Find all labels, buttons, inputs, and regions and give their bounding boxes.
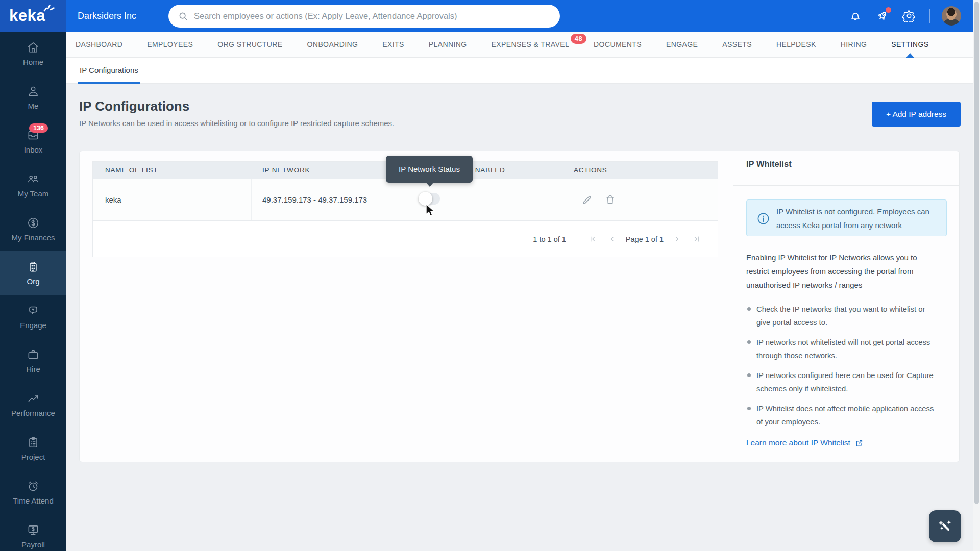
bullet-item: IP networks configured here can be used … — [746, 369, 937, 395]
sidebar-item-payroll[interactable]: Payroll — [0, 514, 66, 551]
company-name[interactable]: Darksiders Inc — [78, 11, 136, 21]
sidebar-label: Me — [28, 102, 39, 110]
sidebar-item-org[interactable]: Org — [0, 251, 66, 295]
page-scrollbar[interactable] — [973, 0, 980, 551]
edit-icon[interactable] — [581, 193, 594, 206]
sidebar-label: Inbox — [24, 145, 43, 154]
whats-new-rocket-icon[interactable] — [875, 9, 889, 23]
nav-settings[interactable]: SETTINGS — [891, 32, 928, 58]
prev-page-icon[interactable] — [609, 236, 616, 242]
info-text: IP Whitelist is not configured. Employee… — [776, 205, 940, 232]
bullet-item: IP Whitelist does not affect mobile appl… — [746, 402, 937, 429]
first-page-icon[interactable] — [589, 235, 597, 243]
user-avatar[interactable] — [942, 6, 961, 26]
last-page-icon[interactable] — [693, 235, 700, 243]
nav-hiring[interactable]: HIRING — [841, 32, 867, 58]
sidebar-label: Engage — [20, 321, 46, 330]
topbar-divider — [929, 9, 930, 23]
col-enabled: ENABLED — [470, 162, 505, 179]
panel-bullets: Check the IP networks that you want to w… — [746, 303, 937, 435]
page-description: IP Networks can be used in access whitel… — [79, 119, 394, 128]
sidebar-label: My Finances — [11, 233, 55, 242]
keka-logo[interactable]: keka — [0, 0, 66, 32]
col-name-of-list: NAME OF LIST — [105, 162, 158, 179]
sidebar: Home Me Inbox 136 My Team My Finances Or… — [0, 32, 66, 551]
pagination: 1 to 1 of 1 Page 1 of 1 — [93, 220, 718, 257]
main-nav: DASHBOARD EMPLOYEES ORG STRUCTURE ONBOAR… — [66, 32, 973, 58]
search-input[interactable] — [194, 11, 560, 21]
ip-whitelist-panel: IP Whitelist IP Whitelist is not configu… — [733, 151, 960, 462]
nav-expenses-travel[interactable]: EXPENSES & TRAVEL48 — [492, 32, 570, 58]
nav-employees[interactable]: EMPLOYEES — [147, 32, 193, 58]
ip-configurations-card: NAME OF LIST IP NETWORK ENABLED ACTIONS … — [79, 151, 960, 462]
sidebar-label: Performance — [11, 409, 55, 417]
sidebar-item-inbox[interactable]: Inbox 136 — [0, 119, 66, 163]
sidebar-label: Time Attend — [13, 496, 53, 505]
info-box: IP Whitelist is not configured. Employee… — [746, 199, 947, 236]
notification-dot — [886, 7, 891, 13]
ip-network-status-toggle[interactable] — [420, 193, 440, 205]
col-actions: ACTIONS — [574, 162, 607, 179]
nav-planning[interactable]: PLANNING — [429, 32, 467, 58]
delete-icon[interactable] — [604, 193, 616, 206]
sidebar-item-performance[interactable]: Performance — [0, 383, 66, 427]
sidebar-item-hire[interactable]: Hire — [0, 339, 66, 383]
external-link-icon — [855, 439, 864, 447]
project-icon — [27, 436, 40, 449]
nav-exits[interactable]: EXITS — [382, 32, 404, 58]
keka-app: keka Darksiders Inc Home — [0, 0, 980, 551]
home-icon — [27, 41, 40, 54]
sidebar-label: Hire — [26, 365, 40, 373]
sidebar-item-time-attend[interactable]: Time Attend — [0, 470, 66, 514]
table-row — [93, 179, 718, 220]
user-icon — [27, 85, 40, 98]
learn-more-link[interactable]: Learn more about IP Whitelist — [746, 438, 864, 447]
notifications-bell-icon[interactable] — [849, 9, 862, 22]
magic-wand-icon — [936, 517, 954, 536]
inbox-badge: 136 — [29, 123, 48, 133]
nav-org-structure[interactable]: ORG STRUCTURE — [217, 32, 282, 58]
add-ip-address-button[interactable]: + Add IP address — [872, 102, 961, 127]
performance-icon — [27, 392, 40, 405]
global-search[interactable] — [168, 5, 560, 28]
sidebar-label: Org — [27, 277, 39, 286]
sidebar-item-home[interactable]: Home — [0, 32, 66, 76]
sidebar-item-my-finances[interactable]: My Finances — [0, 207, 66, 251]
nav-onboarding[interactable]: ONBOARDING — [307, 32, 358, 58]
expenses-badge: 48 — [571, 34, 586, 44]
cell-name: keka — [105, 179, 121, 220]
panel-description: Enabling IP Whitelist for IP Networks al… — [746, 251, 934, 292]
panel-title: IP Whitelist — [746, 159, 792, 169]
tab-ip-configurations[interactable]: IP Configurations — [78, 58, 140, 84]
scrollbar-thumb[interactable] — [974, 2, 979, 504]
active-nav-indicator — [906, 53, 914, 58]
sidebar-item-my-team[interactable]: My Team — [0, 163, 66, 207]
bullet-item: IP networks not whitelisted will not get… — [746, 336, 937, 362]
nav-documents[interactable]: DOCUMENTS — [594, 32, 642, 58]
nav-engage[interactable]: ENGAGE — [666, 32, 698, 58]
sidebar-item-me[interactable]: Me — [0, 76, 66, 119]
settings-gear-icon[interactable] — [902, 9, 916, 22]
subnav: IP Configurations — [66, 58, 973, 84]
bullet-item: Check the IP networks that you want to w… — [746, 303, 937, 329]
nav-assets[interactable]: ASSETS — [722, 32, 752, 58]
nav-helpdesk[interactable]: HELPDESK — [776, 32, 816, 58]
time-attend-icon — [27, 480, 40, 493]
sidebar-item-engage[interactable]: Engage — [0, 295, 66, 339]
sidebar-item-project[interactable]: Project — [0, 427, 66, 470]
next-page-icon[interactable] — [674, 236, 680, 242]
engage-icon — [27, 304, 40, 317]
page-title: IP Configurations — [79, 98, 189, 114]
info-icon — [756, 212, 770, 226]
keka-logo-text: keka — [9, 7, 45, 25]
sidebar-label: Home — [23, 58, 43, 66]
topbar: keka Darksiders Inc — [0, 0, 980, 32]
org-icon — [27, 260, 40, 273]
mouse-cursor — [425, 204, 437, 219]
pagination-page: Page 1 of 1 — [626, 235, 664, 243]
team-icon — [27, 172, 40, 186]
nav-dashboard[interactable]: DASHBOARD — [76, 32, 122, 58]
magic-wand-button[interactable] — [929, 510, 961, 542]
finances-icon — [27, 216, 40, 230]
ip-network-status-tooltip: IP Network Status — [386, 156, 473, 183]
